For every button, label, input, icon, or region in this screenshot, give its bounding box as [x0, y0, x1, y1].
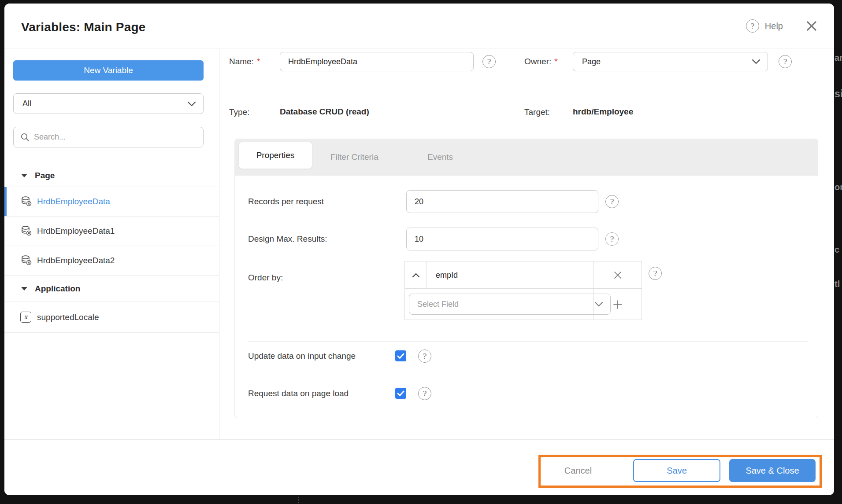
records-help-icon[interactable]	[605, 195, 619, 208]
owner-label: Owner:	[524, 57, 551, 66]
cancel-button[interactable]: Cancel	[556, 461, 600, 480]
name-help-icon[interactable]	[482, 55, 496, 68]
sidebar-section-page[interactable]: Page	[4, 164, 219, 187]
tab-filter-criteria[interactable]: Filter Criteria	[330, 139, 378, 176]
background-text-fragment: tl	[835, 279, 840, 289]
name-label-row: Name: *	[229, 52, 260, 71]
variable-filter-select[interactable]: All	[13, 93, 204, 114]
tab-label: Events	[427, 152, 453, 162]
add-order-field-button[interactable]	[593, 289, 642, 320]
name-label: Name:	[229, 57, 254, 66]
new-variable-button[interactable]: New Variable	[13, 60, 204, 81]
target-label: Target:	[524, 107, 550, 117]
tab-label: Properties	[256, 151, 295, 160]
update-on-change-label: Update data on input change	[248, 351, 356, 361]
search-icon	[20, 132, 30, 142]
select-field-dropdown[interactable]: Select Field	[409, 294, 611, 315]
background-text-fragment: sil	[835, 88, 842, 100]
order-by-grid: empId Select Field	[404, 261, 642, 320]
tab-label: Filter Criteria	[330, 152, 378, 162]
collapse-triangle-icon	[21, 174, 27, 177]
sort-direction-toggle[interactable]	[405, 261, 427, 289]
tab-strip: Properties Filter Criteria Events	[234, 139, 818, 176]
save-button[interactable]: Save	[633, 459, 720, 482]
background-artifact	[298, 497, 299, 503]
sidebar-item-hrdbemployeedata1[interactable]: HrdbEmployeeData1	[4, 217, 219, 246]
chevron-down-icon	[752, 59, 760, 64]
owner-select[interactable]: Page	[573, 52, 768, 71]
update-on-change-help-icon[interactable]	[418, 349, 431, 363]
tab-properties[interactable]: Properties	[239, 142, 312, 169]
target-value: hrdb/Employee	[573, 107, 633, 117]
request-on-load-label: Request data on page load	[248, 389, 349, 398]
background-text-fragment: or	[835, 182, 842, 192]
order-by-field: empId	[427, 261, 593, 289]
checkmark-icon	[397, 390, 404, 397]
plus-icon	[613, 300, 623, 309]
target-value-row: hrdb/Employee	[573, 107, 633, 117]
sidebar-item-hrdbemployeedata2[interactable]: HrdbEmployeeData2	[4, 246, 219, 276]
max-results-help-icon[interactable]	[605, 232, 619, 246]
required-asterisk: *	[257, 57, 260, 66]
save-and-close-button[interactable]: Save & Close	[729, 459, 816, 482]
type-value: Database CRUD (read)	[280, 107, 369, 117]
remove-order-field-button[interactable]	[593, 261, 642, 289]
sidebar-item-hrdbemployeedata[interactable]: HrdbEmployeeData	[4, 187, 219, 217]
request-on-load-help-icon[interactable]	[418, 387, 431, 400]
chevron-down-icon	[187, 101, 196, 107]
checkmark-icon	[397, 353, 404, 359]
variable-name-label: supportedLocale	[37, 313, 99, 322]
background-text-fragment: c	[835, 245, 839, 255]
variable-filter-value: All	[22, 99, 31, 108]
database-icon	[20, 195, 33, 208]
required-asterisk: *	[554, 57, 557, 66]
screen-background: ar sil or c tl Variables: Main Page Help…	[0, 0, 842, 504]
design-max-results-input[interactable]	[406, 228, 598, 250]
target-row: Target:	[524, 107, 550, 117]
variable-name-label: HrdbEmployeeData1	[37, 226, 115, 236]
variable-name-label: HrdbEmployeeData2	[37, 256, 115, 265]
variables-dialog: Variables: Main Page Help New Variable A…	[4, 4, 834, 495]
dialog-title: Variables: Main Page	[21, 20, 146, 34]
type-value-row: Database CRUD (read)	[280, 107, 369, 117]
collapse-triangle-icon	[21, 287, 27, 291]
database-icon	[20, 225, 33, 237]
tab-events[interactable]: Events	[427, 139, 453, 176]
help-question-icon[interactable]	[746, 19, 759, 33]
add-order-row: Select Field	[405, 289, 642, 320]
order-by-help-icon[interactable]	[649, 267, 662, 280]
design-max-results-label: Design Max. Results:	[248, 234, 327, 244]
remove-icon	[613, 271, 622, 280]
type-row: Type:	[229, 107, 249, 117]
sidebar-item-supportedlocale[interactable]: supportedLocale	[4, 302, 219, 333]
section-divider	[248, 341, 809, 342]
sidebar-section-application[interactable]: Application	[4, 276, 219, 302]
dialog-footer: Cancel Save Save & Close	[4, 439, 834, 495]
close-icon[interactable]	[806, 20, 817, 32]
section-label: Application	[35, 284, 80, 294]
search-box	[13, 127, 204, 147]
request-on-load-checkbox[interactable]	[395, 388, 406, 399]
records-per-request-label: Records per request	[248, 197, 324, 206]
database-icon	[20, 254, 33, 267]
variable-tabs-panel: Properties Filter Criteria Events Record…	[234, 139, 818, 418]
chevron-up-icon	[412, 273, 420, 278]
variable-icon	[20, 312, 33, 323]
owner-help-icon[interactable]	[779, 55, 792, 68]
header-actions: Help	[746, 19, 817, 33]
order-by-field-value: empId	[436, 271, 458, 280]
help-link[interactable]: Help	[765, 21, 783, 31]
order-by-row: empId	[405, 261, 642, 289]
search-input[interactable]	[34, 128, 200, 147]
dialog-header: Variables: Main Page Help	[4, 4, 834, 48]
update-on-change-checkbox[interactable]	[395, 350, 406, 361]
type-label: Type:	[229, 107, 249, 117]
owner-label-row: Owner: *	[524, 52, 558, 71]
owner-value: Page	[582, 57, 601, 66]
section-label: Page	[35, 171, 55, 180]
background-text-fragment: ar	[835, 53, 842, 63]
name-input[interactable]	[280, 52, 474, 71]
select-field-placeholder: Select Field	[417, 300, 459, 309]
order-by-label: Order by:	[248, 273, 283, 283]
records-per-request-input[interactable]	[406, 190, 598, 213]
